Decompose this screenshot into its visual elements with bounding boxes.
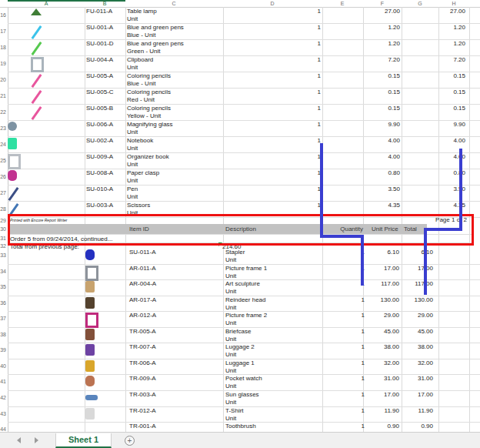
row-header-19[interactable]: 19 xyxy=(0,61,6,67)
total-cell[interactable]: 3.50 xyxy=(453,186,465,192)
clipboard-icon[interactable] xyxy=(31,57,44,72)
total-cell[interactable]: 0.90 xyxy=(421,423,433,430)
total-cell[interactable]: 1.20 xyxy=(453,24,465,31)
luggage-1-icon[interactable] xyxy=(85,360,95,372)
unit-price-cell[interactable]: 4.35 xyxy=(388,202,400,209)
quantity-cell[interactable]: 1 xyxy=(362,423,365,430)
description-cell[interactable]: Paper clasp xyxy=(127,169,159,176)
quantity-cell[interactable]: 1 xyxy=(362,343,365,350)
unit-price-cell[interactable]: 4.00 xyxy=(388,153,400,160)
description-variant-cell[interactable]: Unit xyxy=(127,64,138,71)
row-header-38[interactable]: 38 xyxy=(0,332,6,338)
item-id-cell[interactable]: SU-005-B xyxy=(86,105,113,112)
column-header-C[interactable]: C xyxy=(166,0,182,7)
art-sculpture-icon[interactable] xyxy=(85,281,95,293)
unit-price-cell[interactable]: 38.00 xyxy=(384,343,399,350)
total-cell[interactable]: 45.00 xyxy=(418,328,433,335)
description-variant-cell[interactable]: Blue - Unit xyxy=(127,80,155,87)
total-cell[interactable]: 0.15 xyxy=(453,72,465,79)
total-cell[interactable]: 38.00 xyxy=(418,343,433,350)
description-variant-cell[interactable]: Unit xyxy=(225,399,236,406)
unit-price-cell[interactable]: 45.00 xyxy=(384,328,399,335)
quantity-cell[interactable]: 1 xyxy=(318,89,321,95)
row-header-40[interactable]: 40 xyxy=(0,363,6,369)
description-variant-cell[interactable]: Yellow - Unit xyxy=(127,112,161,119)
quantity-cell[interactable]: 1 xyxy=(318,169,321,176)
unit-price-cell[interactable]: 0.80 xyxy=(388,169,400,176)
row-header-27[interactable]: 27 xyxy=(0,190,6,196)
quantity-cell[interactable]: 1 xyxy=(362,249,365,256)
quantity-cell[interactable]: 1 xyxy=(318,105,321,112)
unit-price-cell[interactable]: 4.00 xyxy=(388,137,400,144)
quantity-cell[interactable]: 1 xyxy=(362,359,365,366)
description-variant-cell[interactable]: Unit xyxy=(225,256,236,263)
description-cell[interactable]: Notebook xyxy=(127,137,153,144)
quantity-cell[interactable]: 1 xyxy=(318,153,321,160)
total-cell[interactable]: 4.00 xyxy=(453,153,465,160)
total-cell[interactable]: 32.00 xyxy=(418,359,433,366)
description-cell[interactable]: Magnifying glass xyxy=(127,121,173,128)
table-lamp-icon[interactable] xyxy=(31,8,42,15)
quantity-cell[interactable]: 1 xyxy=(318,121,321,128)
column-header-F[interactable]: F xyxy=(375,0,390,7)
stapler-icon[interactable] xyxy=(85,249,95,260)
row-header-24[interactable]: 24 xyxy=(0,142,6,148)
row-header-25[interactable]: 25 xyxy=(0,158,6,164)
description-cell[interactable]: Coloring pencils xyxy=(127,72,171,79)
total-cell[interactable]: 6.10 xyxy=(421,249,433,256)
sun-glasses-icon[interactable] xyxy=(85,395,98,400)
item-id-cell[interactable]: SU-006-A xyxy=(86,121,113,128)
paper-clasp-icon[interactable] xyxy=(8,170,17,181)
description-cell[interactable]: Clipboard xyxy=(127,56,153,63)
quantity-cell[interactable]: 1 xyxy=(362,375,365,382)
pocket-watch-icon[interactable] xyxy=(85,376,95,386)
description-cell[interactable]: Sun glasses xyxy=(225,391,259,398)
item-id-cell[interactable]: AR-004-A xyxy=(129,280,156,287)
item-id-cell[interactable]: SU-009-A xyxy=(86,153,113,160)
item-id-cell[interactable]: SU-001-D xyxy=(86,40,114,47)
pens-icon[interactable] xyxy=(32,42,42,55)
description-variant-cell[interactable]: Unit xyxy=(225,272,236,279)
item-id-cell[interactable]: SU-008-A xyxy=(86,169,113,176)
quantity-cell[interactable]: 1 xyxy=(362,296,365,303)
unit-price-cell[interactable]: 1.20 xyxy=(388,24,400,31)
total-cell[interactable]: 0.15 xyxy=(453,105,465,112)
coloring-pencils-icon[interactable] xyxy=(32,90,42,104)
row-header-21[interactable]: 21 xyxy=(0,93,6,99)
description-cell[interactable]: Luggage 2 xyxy=(225,343,255,350)
coloring-pencils-icon[interactable] xyxy=(32,106,42,120)
unit-price-cell[interactable]: 7.20 xyxy=(388,56,400,63)
total-cell[interactable]: 29.00 xyxy=(418,312,433,319)
column-header-G[interactable]: G xyxy=(412,0,428,7)
unit-price-cell[interactable]: 0.15 xyxy=(388,105,400,112)
description-variant-cell[interactable]: Unit xyxy=(127,193,138,200)
column-header-E[interactable]: E xyxy=(335,0,350,7)
quantity-cell[interactable]: 1 xyxy=(362,391,365,398)
description-cell[interactable]: Pen xyxy=(127,186,138,192)
item-id-cell[interactable]: TR-007-A xyxy=(129,343,156,350)
description-variant-cell[interactable]: Unit xyxy=(225,351,236,358)
description-cell[interactable]: Coloring pencils xyxy=(127,89,171,95)
description-variant-cell[interactable]: Unit xyxy=(127,145,138,152)
unit-price-cell[interactable]: 130.00 xyxy=(381,296,399,303)
row-header-39[interactable]: 39 xyxy=(0,347,6,353)
quantity-cell[interactable]: 1 xyxy=(318,202,321,209)
quantity-cell[interactable]: 1 xyxy=(362,328,365,335)
description-cell[interactable]: Briefcase xyxy=(225,328,251,335)
total-cell[interactable]: 7.20 xyxy=(453,56,465,63)
description-variant-cell[interactable]: Unit xyxy=(225,304,236,311)
row-header-18[interactable]: 18 xyxy=(0,45,6,51)
item-id-cell[interactable]: AR-012-A xyxy=(129,312,156,319)
magnifying-glass-icon[interactable] xyxy=(8,122,17,131)
unit-price-cell[interactable]: 31.00 xyxy=(384,375,399,382)
quantity-cell[interactable]: 1 xyxy=(318,40,321,47)
description-variant-cell[interactable]: Unit xyxy=(127,129,138,135)
item-id-cell[interactable]: TR-006-A xyxy=(129,359,156,366)
unit-price-cell[interactable]: 11.90 xyxy=(385,407,399,414)
row-header-30[interactable]: 30 xyxy=(0,226,6,232)
item-id-cell[interactable]: SU-005-C xyxy=(86,89,114,95)
total-cell[interactable]: 17.00 xyxy=(418,265,433,272)
total-cell[interactable]: 0.80 xyxy=(453,169,465,176)
description-variant-cell[interactable]: Unit xyxy=(127,161,138,168)
item-id-cell[interactable]: SU-011-A xyxy=(129,249,156,256)
